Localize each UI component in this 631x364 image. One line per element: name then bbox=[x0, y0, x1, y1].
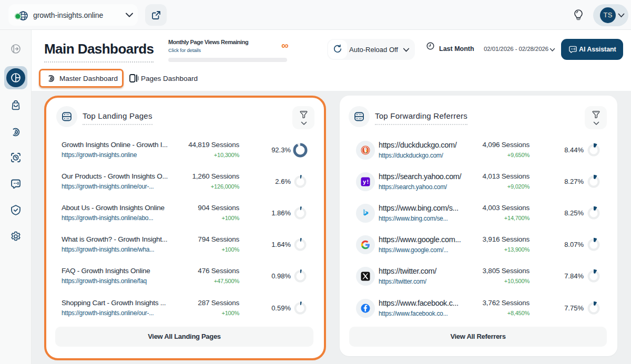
svg-text:!: ! bbox=[367, 179, 369, 185]
svg-text:y: y bbox=[363, 179, 367, 185]
